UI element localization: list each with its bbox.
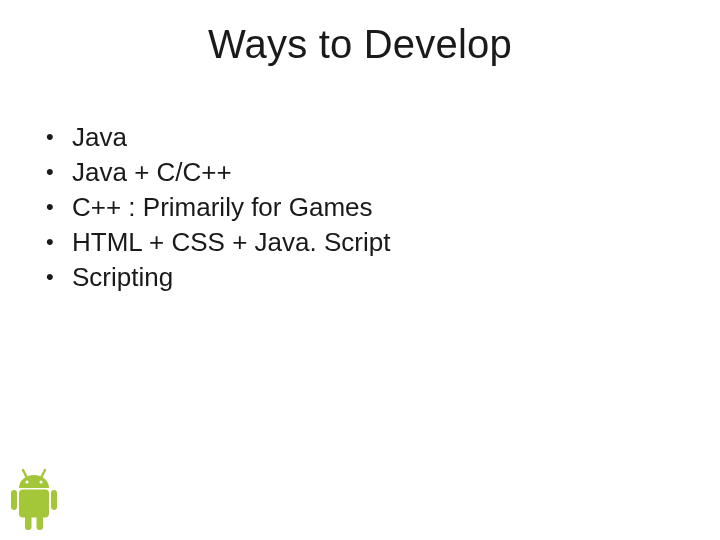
list-item: • HTML + CSS + Java. Script <box>46 225 680 260</box>
list-item: • Scripting <box>46 260 680 295</box>
bullet-icon: • <box>46 120 72 152</box>
slide: Ways to Develop • Java • Java + C/C++ • … <box>0 0 720 540</box>
android-logo-icon <box>6 466 62 534</box>
svg-rect-4 <box>19 490 49 518</box>
bullet-text: Java + C/C++ <box>72 155 680 190</box>
bullet-text: HTML + CSS + Java. Script <box>72 225 680 260</box>
bullet-icon: • <box>46 155 72 187</box>
bullet-icon: • <box>46 225 72 257</box>
list-item: • Java + C/C++ <box>46 155 680 190</box>
bullet-icon: • <box>46 190 72 222</box>
bullet-text: Java <box>72 120 680 155</box>
svg-point-3 <box>39 480 42 483</box>
slide-title: Ways to Develop <box>0 22 720 67</box>
svg-point-2 <box>25 480 28 483</box>
list-item: • C++ : Primarily for Games <box>46 190 680 225</box>
svg-rect-6 <box>51 490 57 510</box>
svg-rect-7 <box>25 515 32 530</box>
list-item: • Java <box>46 120 680 155</box>
svg-rect-8 <box>37 515 44 530</box>
bullet-text: C++ : Primarily for Games <box>72 190 680 225</box>
bullet-icon: • <box>46 260 72 292</box>
bullet-text: Scripting <box>72 260 680 295</box>
svg-rect-5 <box>11 490 17 510</box>
bullet-list: • Java • Java + C/C++ • C++ : Primarily … <box>46 120 680 295</box>
